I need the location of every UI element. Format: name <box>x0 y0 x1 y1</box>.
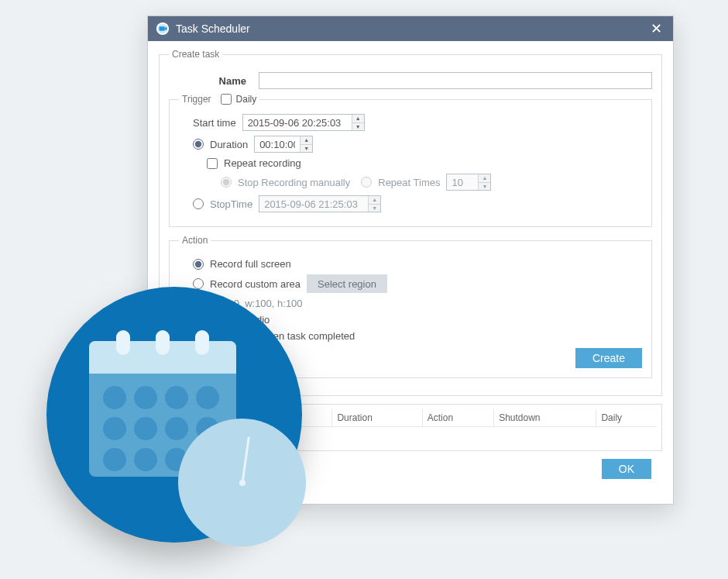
spinner-down-icon[interactable]: ▼ <box>352 123 364 131</box>
stop-manual-radio <box>221 177 232 188</box>
full-screen-label[interactable]: Record full screen <box>210 258 291 270</box>
stoptime-row: StopTime ▲▼ <box>193 195 642 212</box>
col-duration[interactable]: Duration <box>332 409 422 427</box>
create-task-legend: Create task <box>169 49 222 60</box>
start-time-spinner[interactable]: ▲▼ <box>242 114 365 131</box>
repeat-times-input <box>447 174 478 190</box>
spinner-down-icon: ▼ <box>479 183 490 191</box>
daily-checkbox[interactable] <box>221 94 232 105</box>
action-legend: Action <box>179 235 211 246</box>
stoptime-radio[interactable] <box>193 198 204 209</box>
repeat-options-row: Stop Recording manually Repeat Times ▲▼ <box>221 174 642 191</box>
stoptime-spinner: ▲▼ <box>259 195 381 212</box>
repeat-label[interactable]: Repeat recording <box>224 157 301 169</box>
trigger-group: Trigger Daily Start time ▲▼ Duration <box>169 94 652 227</box>
spinner-up-icon: ▲ <box>369 196 380 205</box>
spinner-down-icon: ▼ <box>369 205 380 212</box>
repeat-row: Repeat recording <box>207 157 642 169</box>
duration-spinner[interactable]: ▲▼ <box>254 136 313 153</box>
stop-manual-label: Stop Recording manually <box>238 177 350 188</box>
trigger-legend-label: Trigger <box>182 94 211 105</box>
start-time-label: Start time <box>193 117 236 129</box>
trigger-legend: Trigger Daily <box>179 94 259 105</box>
svg-rect-2 <box>160 26 165 30</box>
spinner-down-icon[interactable]: ▼ <box>300 145 312 153</box>
name-row: Name <box>169 72 652 89</box>
spinner-up-icon: ▲ <box>479 174 490 183</box>
duration-radio[interactable] <box>193 139 204 150</box>
stoptime-input <box>259 196 368 212</box>
name-label: Name <box>169 75 246 87</box>
repeat-times-spinner: ▲▼ <box>446 174 491 191</box>
window-title: Task Scheduler <box>176 22 250 35</box>
calendar-clock-icon <box>46 287 302 543</box>
start-time-row: Start time ▲▼ <box>193 114 642 131</box>
col-shutdown[interactable]: Shutdown <box>494 409 596 427</box>
full-screen-radio[interactable] <box>193 259 204 270</box>
repeat-times-radio <box>361 177 372 188</box>
duration-input[interactable] <box>255 136 300 152</box>
stoptime-label[interactable]: StopTime <box>210 198 252 210</box>
full-screen-row: Record full screen <box>193 258 642 270</box>
create-button[interactable]: Create <box>575 348 642 368</box>
name-input[interactable] <box>259 72 652 89</box>
titlebar: Task Scheduler ✕ <box>148 16 673 41</box>
duration-label[interactable]: Duration <box>210 139 248 150</box>
start-time-input[interactable] <box>243 115 352 130</box>
duration-row: Duration ▲▼ <box>193 136 642 153</box>
spinner-up-icon[interactable]: ▲ <box>300 136 312 145</box>
col-action[interactable]: Action <box>422 409 493 427</box>
camera-icon <box>156 22 170 36</box>
daily-label[interactable]: Daily <box>236 94 257 105</box>
repeat-checkbox[interactable] <box>207 158 218 169</box>
spinner-up-icon[interactable]: ▲ <box>352 115 364 123</box>
col-daily[interactable]: Daily <box>596 409 657 427</box>
repeat-times-label: Repeat Times <box>378 177 440 188</box>
close-icon[interactable]: ✕ <box>647 20 665 37</box>
ok-button[interactable]: OK <box>602 459 651 479</box>
select-region-button[interactable]: Select region <box>307 274 387 293</box>
